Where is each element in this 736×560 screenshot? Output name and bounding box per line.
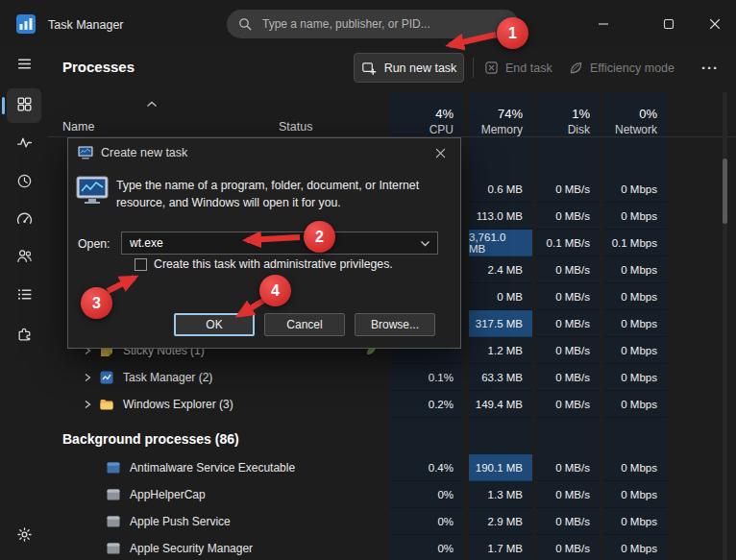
process-row[interactable]: Apple Security Manager0%1.7 MB0 MB/s0 Mb… xyxy=(48,535,736,560)
window-title: Task Manager xyxy=(48,18,124,32)
maximize-button[interactable] xyxy=(648,0,690,48)
disk-cell: 0 MB/s xyxy=(536,203,600,230)
mem-cell: 2.4 MB xyxy=(469,256,532,283)
memory-total-percent: 74% xyxy=(498,107,523,121)
process-row[interactable]: Task Manager (2)0.1%63.3 MB0 MB/s0 Mbps xyxy=(48,364,736,391)
dialog-title: Create new task xyxy=(101,146,422,159)
more-options-button[interactable]: ··· xyxy=(696,53,724,83)
run-program-icon xyxy=(76,176,109,211)
column-header-network[interactable]: 0% Network xyxy=(603,94,667,136)
task-manager-window: Task Manager xyxy=(0,0,736,560)
combo-dropdown-icon[interactable] xyxy=(420,240,437,247)
cpu-cell: 0.4% xyxy=(390,454,463,481)
mem-cell: 3,761.0 MB xyxy=(469,230,532,256)
process-name: Antimalware Service Executable xyxy=(130,461,295,475)
sidebar-item-services[interactable] xyxy=(7,318,41,353)
net-cell: 0 Mbps xyxy=(603,310,667,337)
titlebar: Task Manager xyxy=(0,0,736,48)
sidebar-item-settings[interactable] xyxy=(7,519,41,553)
net-cell: 0 Mbps xyxy=(603,256,667,283)
dialog-description: Type the name of a program, folder, docu… xyxy=(116,177,433,211)
search-input[interactable] xyxy=(260,16,507,32)
open-input[interactable] xyxy=(122,236,420,250)
net-cell: 0 Mbps xyxy=(603,454,667,481)
background-process-rows: Antimalware Service Executable0.4%190.1 … xyxy=(48,454,736,560)
expand-chevron-icon[interactable] xyxy=(83,400,99,409)
process-row[interactable]: Apple Push Service0%2.9 MB0 MB/s0 Mbps xyxy=(48,508,736,535)
task-manager-icon xyxy=(99,370,114,385)
performance-icon xyxy=(16,134,33,155)
disk-cell: 0 MB/s xyxy=(536,310,600,337)
search-box[interactable] xyxy=(227,10,519,38)
sidebar-item-users[interactable] xyxy=(7,240,41,275)
cpu-cell: 0.1% xyxy=(390,364,463,391)
net-cell: 0 Mbps xyxy=(603,508,667,535)
sidebar-item-performance[interactable] xyxy=(7,127,41,161)
admin-privileges-checkbox[interactable] xyxy=(135,258,147,271)
column-header-name[interactable]: Name xyxy=(62,120,94,134)
mem-cell: 2.9 MB xyxy=(469,508,532,535)
page-title: Processes xyxy=(62,59,135,75)
end-task-label: End task xyxy=(505,61,552,75)
search-icon xyxy=(238,17,252,31)
create-new-task-dialog: Create new task Type the name of a progr… xyxy=(67,137,461,349)
disk-cell: 0 MB/s xyxy=(536,283,600,310)
admin-checkbox-label: Create this task with administrative pri… xyxy=(154,257,393,271)
disk-cell: 0 MB/s xyxy=(536,364,600,391)
efficiency-mode-label: Efficiency mode xyxy=(590,61,675,75)
sort-caret-icon xyxy=(146,94,158,111)
cpu-total-percent: 4% xyxy=(435,107,454,121)
dialog-titlebar[interactable]: Create new task xyxy=(68,138,460,167)
sidebar-item-processes[interactable] xyxy=(7,88,41,123)
column-header-status[interactable]: Status xyxy=(279,120,312,134)
column-header-memory[interactable]: 74% Memory xyxy=(469,94,532,136)
network-label: Network xyxy=(615,123,657,136)
cpu-cell: 0% xyxy=(390,508,463,535)
net-cell: 0 Mbps xyxy=(603,203,667,230)
mem-cell: 190.1 MB xyxy=(469,454,532,481)
process-row[interactable]: Antimalware Service Executable0.4%190.1 … xyxy=(48,454,736,481)
window-blue-icon xyxy=(106,460,121,475)
process-row[interactable]: AppHelperCap0%1.3 MB0 MB/s0 Mbps xyxy=(48,481,736,508)
menu-button[interactable] xyxy=(7,48,41,83)
mem-cell: 1.7 MB xyxy=(469,535,532,560)
column-header-cpu[interactable]: 4% CPU xyxy=(390,94,463,136)
end-task-icon xyxy=(484,61,499,75)
expand-chevron-icon[interactable] xyxy=(83,373,99,382)
ok-button[interactable]: OK xyxy=(174,313,255,336)
cancel-button[interactable]: Cancel xyxy=(264,313,345,336)
disk-cell: 0 MB/s xyxy=(536,481,600,508)
process-row[interactable]: Windows Explorer (3)0.2%149.4 MB0 MB/s0 … xyxy=(48,391,736,418)
open-label: Open: xyxy=(78,237,110,251)
admin-privileges-row[interactable]: Create this task with administrative pri… xyxy=(135,257,393,271)
scrollbar-thumb[interactable] xyxy=(723,158,727,224)
mem-cell: 0 MB xyxy=(469,283,532,310)
disk-label: Disk xyxy=(568,123,590,136)
sidebar-item-details[interactable] xyxy=(7,279,41,313)
folder-icon xyxy=(99,397,114,412)
efficiency-mode-button[interactable]: Efficiency mode xyxy=(569,53,675,83)
close-button[interactable] xyxy=(694,0,736,48)
end-task-button[interactable]: End task xyxy=(484,53,552,83)
net-cell: 0 Mbps xyxy=(603,481,667,508)
net-cell: 0.1 Mbps xyxy=(603,230,667,256)
run-new-task-button[interactable]: Run new task xyxy=(354,53,464,83)
sidebar-item-app-history[interactable] xyxy=(7,165,41,200)
dialog-close-icon[interactable] xyxy=(429,142,451,163)
net-cell: 0 Mbps xyxy=(603,364,667,391)
sidebar-item-startup-apps[interactable] xyxy=(7,203,41,237)
minimize-button[interactable] xyxy=(582,0,625,48)
create-task-dialog-icon xyxy=(78,146,93,159)
disk-total-percent: 1% xyxy=(572,107,590,121)
new-task-icon xyxy=(361,61,377,76)
column-header-disk[interactable]: 1% Disk xyxy=(536,94,600,136)
open-combobox[interactable] xyxy=(121,231,438,255)
cpu-cell: 0% xyxy=(390,535,463,560)
mem-cell: 317.5 MB xyxy=(469,310,532,337)
gear-icon xyxy=(16,526,33,547)
mem-cell: 63.3 MB xyxy=(469,364,532,391)
window-icon xyxy=(106,541,121,556)
disk-cell: 0 MB/s xyxy=(536,256,600,283)
cpu-cell: 0.2% xyxy=(390,391,463,418)
browse-button[interactable]: Browse... xyxy=(355,313,435,336)
